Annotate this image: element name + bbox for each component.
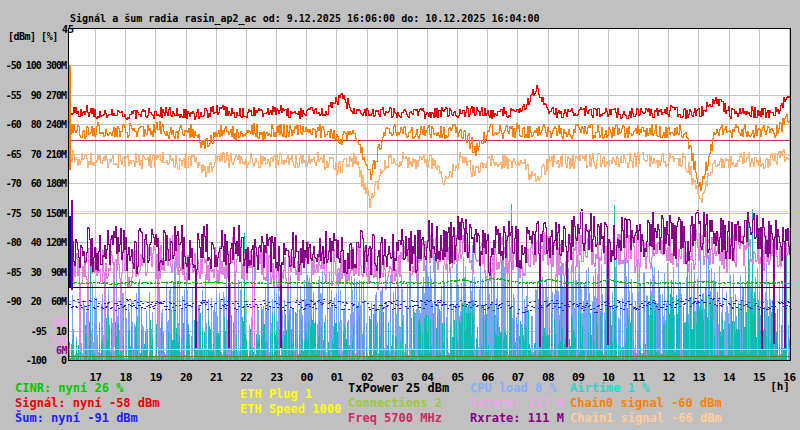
- signal-noise-chart: [0, 0, 800, 430]
- hour-tick-label: 20: [175, 371, 197, 384]
- legend-item: CPU load 8 %: [470, 381, 557, 395]
- left-axis-row: -50 100 300M: [0, 60, 66, 71]
- rate-marker-label: 39M: [30, 317, 67, 328]
- legend-item: TxPower 25 dBm: [348, 381, 449, 395]
- hour-tick-label: 22: [235, 371, 257, 384]
- left-axis-row: -75 50 150M: [0, 208, 66, 219]
- left-axis-row: -90 20 60M: [0, 296, 66, 307]
- hour-tick-label: 00: [296, 371, 318, 384]
- legend-item: ETH Plug 1: [240, 387, 312, 401]
- hour-tick-label: 19: [145, 371, 167, 384]
- hour-tick-label: 12: [658, 371, 680, 384]
- legend-item: Txrate: 117 M: [470, 396, 564, 410]
- legend-item: Chain0 signal -60 dBm: [570, 396, 722, 410]
- hour-axis-unit: [h]: [760, 380, 790, 393]
- hour-tick-label: 05: [447, 371, 469, 384]
- left-axis-row: -60 80 240M: [0, 119, 66, 130]
- chart-title: Signál a šum radia rasin_ap2_ac od: 9.12…: [70, 13, 540, 24]
- hour-tick-label: 01: [326, 371, 348, 384]
- left-axis-row: -85 30 90M: [0, 267, 66, 278]
- legend-item: CINR: nyní 26 %: [15, 381, 123, 395]
- legend-item: ETH Speed 1000: [240, 402, 341, 416]
- legend-item: Šum: nyní -91 dBm: [15, 411, 138, 425]
- axis-top-value: 45: [62, 24, 74, 35]
- axis-units-label: [dBm] [%]: [8, 31, 58, 42]
- hour-tick-label: 13: [688, 371, 710, 384]
- legend-item: Chain1 signal -66 dBm: [570, 411, 722, 425]
- legend-item: Freq 5700 MHz: [348, 411, 442, 425]
- legend-item: Rxrate: 111 M: [470, 411, 564, 425]
- legend-item: Signál: nyní -58 dBm: [15, 396, 160, 410]
- legend-item: Connections 2: [348, 396, 442, 410]
- hour-tick-label: 14: [718, 371, 740, 384]
- rate-marker-label: 6M: [30, 345, 67, 356]
- left-axis-row: -80 40 120M: [0, 237, 66, 248]
- left-axis-row: -65 70 210M: [0, 149, 66, 160]
- left-axis-row: -55 90 270M: [0, 90, 66, 101]
- left-axis-row: -70 60 180M: [0, 178, 66, 189]
- mrtg-graph-window: Signál a šum radia rasin_ap2_ac od: 9.12…: [0, 0, 800, 430]
- left-axis-row: -100 0: [0, 355, 66, 366]
- legend-item: Airtime 1 %: [570, 381, 649, 395]
- hour-tick-label: 23: [266, 371, 288, 384]
- hour-tick-label: 21: [205, 371, 227, 384]
